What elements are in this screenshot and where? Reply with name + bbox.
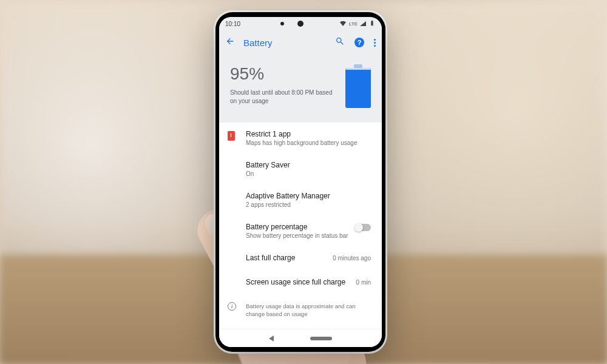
setting-battery-percentage-toggle[interactable]: Battery percentage Show battery percenta… [219, 215, 382, 246]
setting-subtitle: 2 apps restricted [246, 201, 371, 208]
navigation-bar [219, 329, 382, 347]
setting-restrict-app[interactable]: Restrict 1 app Maps has high background … [219, 123, 382, 153]
info-icon: i [228, 302, 236, 311]
battery-hero-section: 95% Should last until about 8:00 PM base… [219, 55, 382, 123]
battery-status-icon [368, 20, 376, 27]
phone-screen: 10:10 LTE Battery [219, 17, 382, 347]
setting-title: Adaptive Battery Manager [246, 192, 371, 200]
back-arrow-icon[interactable] [225, 36, 235, 49]
phone-camera-notch [297, 21, 304, 27]
settings-list[interactable]: Restrict 1 app Maps has high background … [219, 123, 382, 329]
setting-value: 0 minutes ago [333, 255, 371, 261]
toggle-switch[interactable] [355, 224, 371, 231]
search-icon[interactable] [335, 36, 345, 49]
nav-back-icon[interactable] [269, 335, 274, 342]
overflow-menu-icon[interactable] [374, 39, 376, 47]
setting-subtitle: Maps has high background battery usage [246, 140, 371, 146]
battery-estimate-text: Should last until about 8:00 PM based on… [230, 89, 333, 106]
page-title: Battery [243, 38, 327, 48]
setting-value: 0 min [356, 279, 371, 286]
network-label: LTE [349, 21, 358, 27]
status-time: 10:10 [225, 21, 240, 27]
battery-info-note: i Battery usage data is approximate and … [219, 295, 382, 326]
setting-title: Screen usage since full charge [246, 278, 371, 286]
setting-battery-saver[interactable]: Battery Saver On [219, 153, 382, 184]
setting-title: Restrict 1 app [246, 130, 371, 138]
signal-icon [360, 21, 366, 26]
setting-last-full-charge[interactable]: Last full charge 0 minutes ago [219, 246, 382, 271]
setting-title: Battery Saver [246, 161, 371, 169]
setting-screen-usage[interactable]: Screen usage since full charge 0 min [219, 271, 382, 295]
help-icon[interactable]: ? [354, 38, 364, 47]
setting-subtitle: Show battery percentage in status bar [246, 232, 371, 239]
battery-alert-icon [228, 131, 235, 141]
setting-title: Battery percentage [246, 223, 371, 231]
wifi-icon [339, 20, 347, 27]
battery-percentage-value: 95% [230, 64, 333, 84]
nav-home-pill[interactable] [310, 337, 332, 340]
battery-graphic-icon [345, 64, 371, 108]
setting-subtitle: On [246, 170, 371, 177]
setting-adaptive-battery[interactable]: Adaptive Battery Manager 2 apps restrict… [219, 184, 382, 215]
app-header: Battery ? [219, 30, 382, 55]
info-text: Battery usage data is approximate and ca… [246, 302, 371, 318]
phone-frame: 10:10 LTE Battery [215, 12, 385, 352]
